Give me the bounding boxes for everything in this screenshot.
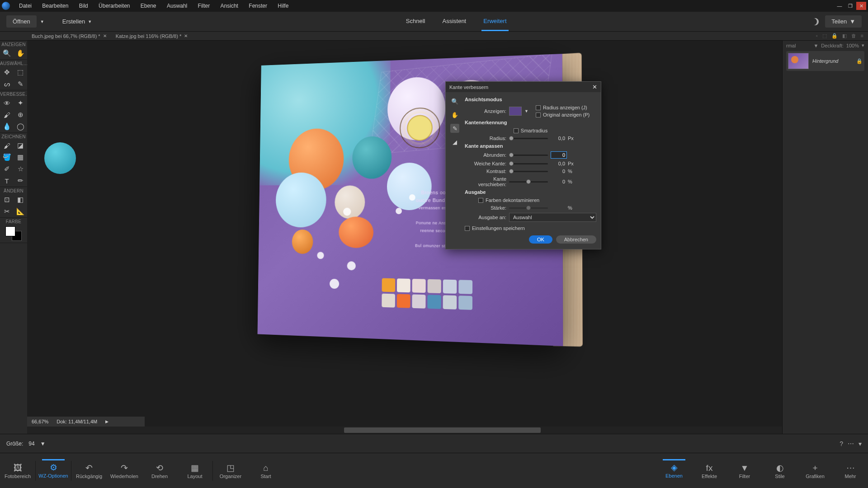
dialog-close-button[interactable]: ✕ [592, 84, 597, 90]
close-tab-icon[interactable]: ✕ [103, 33, 107, 38]
pencil-tool[interactable]: ✏ [14, 175, 27, 187]
ok-button[interactable]: OK [529, 235, 552, 244]
zoom-tool[interactable]: 🔍 [0, 47, 14, 59]
canvas-area[interactable]: Broens oonwitteoucire Bund Roneesvermass… [27, 41, 782, 434]
menu-ebene[interactable]: Ebene [136, 3, 161, 9]
dialog-refine-brush-tool[interactable]: ✎ [450, 124, 459, 133]
opacity-value[interactable]: 100% [846, 43, 859, 48]
menu-filter[interactable]: Filter [193, 3, 215, 9]
feather-slider[interactable] [509, 163, 548, 164]
window-close-button[interactable]: ✕ [856, 2, 866, 10]
new-layer-icon[interactable]: ▫ [816, 33, 818, 39]
menu-bearbeiten[interactable]: Bearbeiten [38, 3, 73, 9]
window-minimize-button[interactable]: — [835, 2, 844, 10]
size-dropdown-icon[interactable]: ▼ [40, 441, 46, 447]
fill-tool[interactable]: 🪣 [0, 151, 14, 163]
status-caret-icon[interactable]: ▶ [105, 419, 108, 424]
trash-icon[interactable]: 🗑 [851, 33, 856, 39]
share-button[interactable]: Teilen▼ [825, 15, 862, 28]
view-preview-swatch[interactable] [509, 107, 522, 116]
help-icon[interactable]: ? [840, 440, 843, 447]
smart-radius-checkbox[interactable]: Smartradius [514, 128, 547, 133]
menu-hilfe[interactable]: Hilfe [273, 3, 293, 9]
document-tab-buch[interactable]: Buch.jpeg bei 66,7% (RGB/8) *✕ [27, 33, 111, 39]
show-original-checkbox[interactable]: Original anzeigen (P) [536, 112, 590, 117]
blur-tool[interactable]: 💧 [0, 121, 14, 132]
taskbar-ebenen[interactable]: ◈Ebenen [656, 460, 692, 481]
taskbar-effekte[interactable]: fxEffekte [692, 460, 727, 482]
sponge-tool[interactable]: ◯ [14, 121, 27, 132]
lasso-tool[interactable]: ᔕ [0, 78, 14, 90]
options-menu-icon[interactable]: ⋯ [848, 440, 854, 447]
layer-row[interactable]: Hintergrund 🔒 [786, 51, 864, 71]
window-restore-button[interactable]: ❐ [845, 2, 855, 10]
eraser-tool[interactable]: ◪ [14, 140, 27, 151]
brush-tool[interactable]: 🖌 [0, 140, 14, 151]
content-move-tool[interactable]: ✂ [0, 206, 14, 217]
shift-slider[interactable] [509, 181, 548, 183]
menu-ansicht[interactable]: Ansicht [216, 3, 243, 9]
collapse-icon[interactable]: ▾ [859, 440, 862, 447]
smart-brush-tool[interactable]: 🖌 [0, 109, 14, 121]
decontaminate-checkbox[interactable]: Farben dekontaminieren [478, 197, 539, 203]
taskbar-wz-optionen[interactable]: ⚙WZ-Optionen [36, 460, 71, 481]
taskbar-fotobereich[interactable]: 🖼Fotobereich [0, 460, 35, 482]
layer-fx-icon[interactable]: ⬚ [822, 33, 827, 39]
hand-tool[interactable]: ✋ [14, 47, 27, 59]
marquee-tool[interactable]: ⬚ [14, 66, 27, 78]
color-swatch[interactable] [5, 226, 22, 241]
quick-select-tool[interactable]: ✎ [14, 78, 27, 90]
radius-slider[interactable] [509, 138, 548, 139]
taskbar-stile[interactable]: ◐Stile [762, 460, 797, 482]
view-dropdown-icon[interactable]: ▼ [524, 109, 528, 113]
create-button[interactable]: Erstellen▼ [56, 15, 99, 28]
gradient-tool[interactable]: ▦ [14, 151, 27, 163]
cancel-button[interactable]: Abbrechen [556, 235, 596, 244]
remember-settings-checkbox[interactable]: Einstellungen speichern [465, 225, 525, 231]
horizontal-scrollbar[interactable] [27, 427, 782, 434]
taskbar-mehr[interactable]: ⋯Mehr [833, 460, 868, 482]
layer-thumbnail[interactable] [788, 53, 809, 69]
taskbar-wiederholen[interactable]: ↷Wiederholen [107, 460, 142, 482]
close-tab-icon[interactable]: ✕ [184, 33, 188, 38]
dialog-zoom-tool[interactable]: 🔍 [450, 97, 459, 106]
panel-menu-icon[interactable]: ≡ [861, 33, 863, 39]
clone-tool[interactable]: ⊕ [14, 109, 27, 121]
recompose-tool[interactable]: ◧ [14, 194, 27, 206]
taskbar-rueckgaengig[interactable]: ↶Rückgängig [71, 460, 107, 482]
taskbar-start[interactable]: ⌂Start [248, 460, 283, 482]
mode-tab-assistent[interactable]: Assistent [440, 12, 468, 31]
lock-icon[interactable]: 🔒 [831, 33, 838, 39]
eyedropper-tool[interactable]: ✐ [0, 163, 14, 175]
open-dropdown[interactable]: ▼ [39, 17, 45, 27]
straighten-tool[interactable]: 📐 [14, 206, 27, 217]
menu-auswahl[interactable]: Auswahl [162, 3, 192, 9]
taskbar-organizer[interactable]: ◳Organizer [213, 460, 248, 482]
taskbar-grafiken[interactable]: +Grafiken [797, 460, 833, 482]
show-radius-checkbox[interactable]: Radius anzeigen (J) [536, 105, 590, 110]
mode-tab-erweitert[interactable]: Erweitert [481, 12, 508, 31]
open-button[interactable]: Öffnen [6, 15, 37, 28]
layer-name[interactable]: Hintergrund [812, 58, 838, 64]
output-to-select[interactable]: Auswahl [509, 213, 596, 222]
type-tool[interactable]: T [0, 175, 14, 187]
smooth-input[interactable] [551, 151, 567, 159]
dialog-hand-tool[interactable]: ✋ [450, 110, 459, 119]
amount-slider[interactable] [509, 207, 548, 209]
document-tab-katze[interactable]: Katze.jpg bei 116% (RGB/8) *✕ [111, 33, 193, 39]
theme-toggle-icon[interactable] [811, 18, 819, 25]
adjustment-icon[interactable]: ◧ [842, 33, 847, 39]
crop-tool[interactable]: ⊡ [0, 194, 14, 206]
spot-heal-tool[interactable]: ✦ [14, 97, 27, 109]
move-tool[interactable]: ✥ [0, 66, 14, 78]
size-value[interactable]: 94 [27, 440, 36, 448]
mode-tab-schnell[interactable]: Schnell [404, 12, 427, 31]
taskbar-drehen[interactable]: ⟲Drehen [142, 460, 177, 482]
layer-lock-icon[interactable]: 🔒 [856, 58, 863, 64]
shape-tool[interactable]: ☆ [14, 163, 27, 175]
smooth-slider[interactable] [509, 155, 548, 156]
menu-ueberarbeiten[interactable]: Überarbeiten [94, 3, 134, 9]
menu-datei[interactable]: Datei [14, 3, 36, 9]
blend-mode-select[interactable]: rmal [786, 43, 811, 48]
redeye-tool[interactable]: 👁 [0, 97, 14, 109]
